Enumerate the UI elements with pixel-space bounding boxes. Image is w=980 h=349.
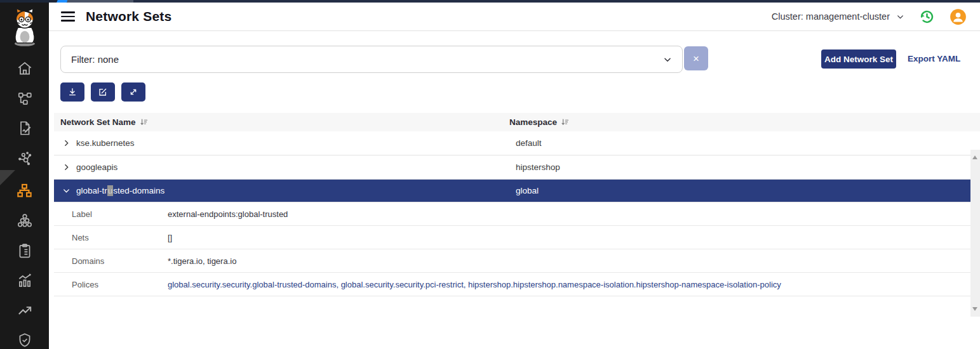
detail-key: Domains xyxy=(54,256,168,266)
download-button[interactable] xyxy=(60,82,84,102)
detail-row-polices: Polices global.security.security.global-… xyxy=(54,273,970,296)
page-title: Network Sets xyxy=(86,9,171,24)
sort-icon[interactable] xyxy=(140,118,148,126)
trend-icon xyxy=(17,302,33,319)
chevron-right-icon[interactable] xyxy=(62,163,70,171)
table-row-selected[interactable]: global-trusted-domains global xyxy=(54,180,970,202)
sidebar-item-stats[interactable] xyxy=(0,268,49,293)
filter-select[interactable]: Filter: none xyxy=(60,46,683,73)
edit-button[interactable] xyxy=(91,82,115,102)
sidebar-item-clusters[interactable] xyxy=(0,208,49,234)
network-set-name: kse.kubernetes xyxy=(76,138,135,148)
sidebar xyxy=(0,0,49,349)
sidebar-item-home[interactable] xyxy=(0,56,49,81)
top-strip-slate-segment xyxy=(67,0,133,3)
network-set-name: googleapis xyxy=(76,162,117,172)
chevron-down-icon[interactable] xyxy=(62,187,70,195)
column-header-namespace[interactable]: Namespace xyxy=(509,117,569,127)
topology-icon xyxy=(17,90,33,107)
user-avatar[interactable] xyxy=(950,8,967,25)
sidebar-item-topology[interactable] xyxy=(0,86,49,111)
detail-row-nets: Nets [] xyxy=(54,226,970,249)
network-set-name: global-trusted-domains xyxy=(76,186,164,195)
column-header-namespace-label: Namespace xyxy=(509,117,557,127)
cluster-selector[interactable]: Cluster: management-cluster xyxy=(772,11,904,22)
action-buttons xyxy=(60,82,145,102)
chevron-down-icon xyxy=(896,13,904,21)
clear-filter-button[interactable]: × xyxy=(684,46,708,70)
table-row[interactable]: googleapis hipstershop xyxy=(54,155,970,180)
scroll-up-arrow[interactable] xyxy=(972,155,977,159)
detail-key: Label xyxy=(54,209,168,219)
top-strip xyxy=(0,0,980,3)
sidebar-item-policies[interactable] xyxy=(0,115,49,141)
detail-value: external-endpoints:global-trusted xyxy=(168,209,288,219)
network-sets-table: Network Set Name Namespace kse.kubernete… xyxy=(54,113,980,296)
detail-row-label: Label external-endpoints:global-trusted xyxy=(54,202,970,226)
sidebar-item-trend[interactable] xyxy=(0,298,49,323)
clusters-icon xyxy=(17,213,33,229)
history-icon xyxy=(918,8,936,25)
sidebar-item-compliance[interactable] xyxy=(0,238,49,263)
table-rows: kse.kubernetes default googleapis hipste… xyxy=(54,131,970,296)
toolbar: Filter: none × Add Network Set Export YA… xyxy=(49,46,980,73)
add-network-set-button[interactable]: Add Network Set xyxy=(821,49,896,69)
detail-value-policies[interactable]: global.security.security.global-trusted-… xyxy=(168,280,781,289)
sidebar-item-shield[interactable] xyxy=(0,327,49,349)
expand-button[interactable] xyxy=(121,82,145,102)
column-header-name[interactable]: Network Set Name xyxy=(54,117,509,127)
table-row[interactable]: kse.kubernetes default xyxy=(54,131,970,155)
policies-icon xyxy=(17,120,33,136)
content-area: Filter: none × Add Network Set Export YA… xyxy=(49,31,980,349)
shield-check-icon xyxy=(17,332,33,348)
expand-icon xyxy=(128,87,138,97)
network-sets-icon xyxy=(16,182,33,199)
edit-icon xyxy=(98,87,108,97)
top-strip-blue-segment xyxy=(57,0,68,3)
filter-select-value: Filter: none xyxy=(71,54,119,65)
chevron-right-icon[interactable] xyxy=(62,139,70,147)
sort-icon[interactable] xyxy=(561,118,569,126)
text-cursor: u xyxy=(107,185,114,196)
table-scrollbar[interactable] xyxy=(970,150,980,317)
cluster-selector-label: Cluster: management-cluster xyxy=(772,11,890,22)
calico-cat-logo[interactable] xyxy=(0,3,49,51)
stats-icon xyxy=(17,272,33,289)
home-icon xyxy=(17,60,33,77)
user-icon xyxy=(950,8,967,25)
detail-key: Polices xyxy=(54,280,168,289)
compliance-icon xyxy=(17,242,33,259)
namespace-value: global xyxy=(516,186,539,195)
detail-value: *.tigera.io, tigera.io xyxy=(168,256,236,266)
menu-button[interactable] xyxy=(61,11,75,22)
namespace-value: hipstershop xyxy=(516,162,560,172)
chevron-down-icon xyxy=(663,55,672,64)
sidebar-item-molecule[interactable] xyxy=(0,146,49,171)
app-header: Network Sets Cluster: management-cluster xyxy=(49,3,980,31)
column-header-name-label: Network Set Name xyxy=(60,117,136,127)
detail-key: Nets xyxy=(54,233,168,242)
namespace-value: default xyxy=(516,138,542,148)
export-yaml-link[interactable]: Export YAML xyxy=(908,54,960,63)
download-icon xyxy=(67,87,77,97)
table-header: Network Set Name Namespace xyxy=(54,113,980,131)
detail-value: [] xyxy=(168,233,172,242)
molecule-icon xyxy=(17,150,33,167)
sidebar-item-network-sets[interactable] xyxy=(0,178,49,203)
detail-row-domains: Domains *.tigera.io, tigera.io xyxy=(54,249,970,273)
scroll-down-arrow[interactable] xyxy=(972,307,977,311)
history-button[interactable] xyxy=(918,8,936,25)
top-strip-segment xyxy=(0,0,57,3)
